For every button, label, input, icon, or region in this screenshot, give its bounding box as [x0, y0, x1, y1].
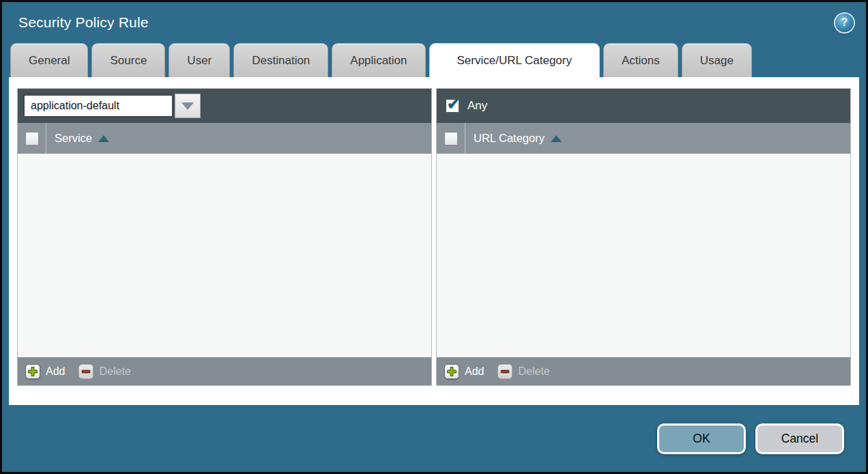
tab-user[interactable]: User — [169, 43, 230, 77]
service-delete-label: Delete — [99, 365, 130, 378]
sort-asc-icon — [551, 135, 562, 142]
service-table-body[interactable] — [18, 154, 431, 357]
tab-content: Service Add — [9, 77, 859, 405]
add-plus-icon — [444, 364, 459, 379]
service-column-header[interactable]: Service — [46, 123, 109, 154]
url-add-button[interactable]: Add — [444, 364, 484, 379]
tab-actions[interactable]: Actions — [603, 43, 678, 77]
url-header-checkbox-cell — [437, 123, 465, 154]
url-column-label: URL Category — [474, 132, 545, 145]
service-panel: Service Add — [17, 88, 432, 386]
sort-asc-icon — [98, 135, 109, 142]
tab-usage[interactable]: Usage — [682, 43, 752, 77]
help-icon[interactable]: ? — [835, 14, 854, 32]
service-footer: Add Delete — [18, 357, 431, 385]
chevron-down-icon — [182, 102, 194, 110]
tab-source[interactable]: Source — [91, 43, 165, 77]
service-add-label: Add — [46, 365, 65, 378]
service-header-checkbox-cell — [18, 123, 46, 154]
url-table-header: URL Category — [437, 123, 850, 154]
url-select-all-checkbox[interactable] — [444, 132, 458, 145]
ok-button[interactable]: OK — [657, 423, 746, 454]
service-table-header: Service — [18, 123, 431, 154]
tab-destination[interactable]: Destination — [233, 43, 328, 77]
add-plus-icon — [25, 364, 40, 379]
tab-application[interactable]: Application — [332, 43, 425, 77]
url-any-label: Any — [467, 99, 487, 113]
url-category-panel: Any URL Category — [436, 88, 851, 386]
tab-general[interactable]: General — [10, 43, 88, 77]
tab-service-url-category[interactable]: Service/URL Category — [429, 43, 601, 77]
service-type-bar — [18, 89, 431, 123]
tab-bar: General Source User Destination Applicat… — [2, 43, 866, 77]
security-policy-rule-dialog: Security Policy Rule ? General Source Us… — [0, 0, 868, 474]
service-select-all-checkbox[interactable] — [25, 132, 39, 145]
url-delete-label: Delete — [518, 365, 549, 378]
service-add-button[interactable]: Add — [25, 364, 65, 379]
url-footer: Add Delete — [437, 357, 850, 385]
url-column-header[interactable]: URL Category — [465, 123, 562, 154]
url-table-body[interactable] — [437, 154, 850, 357]
title-bar: Security Policy Rule ? — [2, 2, 866, 43]
delete-minus-icon — [78, 364, 93, 379]
service-column-label: Service — [55, 132, 92, 145]
service-type-dropdown-button[interactable] — [175, 94, 201, 118]
dialog-action-bar: OK Cancel — [2, 405, 866, 454]
url-any-bar: Any — [437, 89, 850, 123]
service-delete-button[interactable]: Delete — [78, 364, 130, 379]
url-delete-button[interactable]: Delete — [497, 364, 549, 379]
dialog-title: Security Policy Rule — [18, 14, 149, 31]
delete-minus-icon — [497, 364, 512, 379]
url-any-checkbox[interactable] — [445, 98, 460, 113]
cancel-button[interactable]: Cancel — [755, 423, 844, 454]
service-type-input[interactable] — [23, 94, 173, 117]
url-add-label: Add — [465, 365, 484, 378]
